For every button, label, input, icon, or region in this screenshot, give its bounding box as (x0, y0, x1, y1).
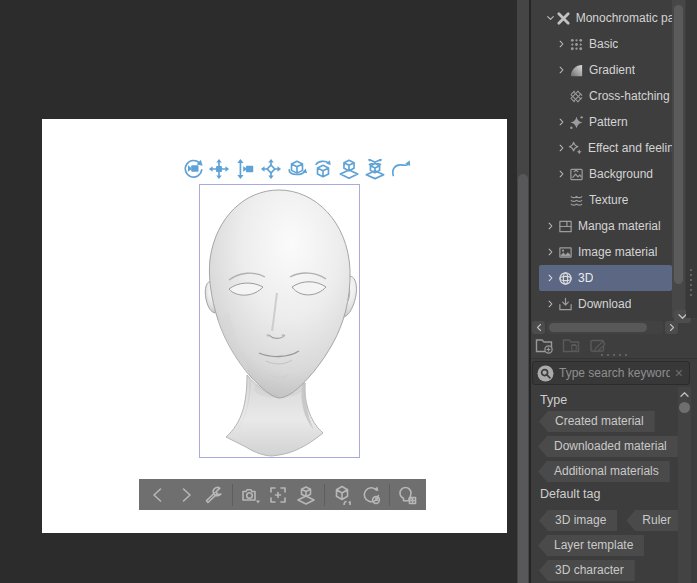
tree-item-label: Monochromatic pattern (576, 11, 672, 25)
scroll-right-button[interactable] (665, 321, 678, 334)
3d-head-model[interactable] (200, 185, 359, 457)
tree-item-basic[interactable]: Basic (539, 31, 672, 57)
tree-item-texture[interactable]: Texture (539, 187, 672, 213)
3d-image-tag-button[interactable]: 3D image (539, 510, 617, 531)
3d-character-tag-button[interactable]: 3D character (539, 560, 635, 581)
halftone-dots-icon (569, 36, 585, 52)
type-section-label: Type (540, 393, 567, 407)
move-object-icon[interactable] (259, 156, 282, 182)
tree-item-effect-and-feeling[interactable]: Effect and feeling (539, 135, 672, 161)
chevron-down-icon[interactable] (547, 13, 556, 23)
canvas-vertical-scrollbar-thumb[interactable] (518, 174, 528, 583)
cross-hatching-icon (569, 88, 585, 104)
tree-item-label: Pattern (589, 115, 628, 129)
chevron-right-icon[interactable] (558, 39, 569, 49)
chevron-right-icon[interactable] (558, 117, 569, 127)
search-panel-scrollbar[interactable] (678, 387, 691, 583)
horizontal-scrollbar-track[interactable] (547, 321, 663, 334)
horizontal-scrollbar-thumb[interactable] (549, 323, 647, 332)
tree-item-label: Background (589, 167, 653, 181)
reset-camera-icon[interactable] (389, 156, 412, 182)
tool-settings-icon[interactable] (204, 484, 224, 506)
search-icon (537, 365, 554, 382)
tree-item-gradient[interactable]: Gradient (539, 57, 672, 83)
panel-splitter[interactable] (531, 351, 697, 358)
move-object-on-plane-icon[interactable] (337, 156, 360, 182)
search-panel-scrollbar-thumb[interactable] (679, 402, 690, 413)
ruler-tag-button[interactable]: Ruler (626, 510, 682, 531)
sparkle-icon (568, 140, 584, 156)
chevron-right-icon[interactable] (547, 221, 558, 231)
splitter-handle-dots (601, 354, 627, 356)
image-material-icon (558, 244, 574, 260)
chevron-right-icon[interactable] (547, 247, 558, 257)
background-icon (569, 166, 585, 182)
zoom-camera-icon[interactable] (233, 156, 256, 182)
texture-icon (569, 192, 585, 208)
layer-template-tag-button[interactable]: Layer template (538, 535, 644, 556)
tree-item-image-material[interactable]: Image material (539, 239, 672, 265)
additional-materials-button[interactable]: Additional materials (538, 461, 670, 482)
rotate-object-free-icon[interactable] (311, 156, 334, 182)
manga-material-icon (558, 218, 574, 234)
download-icon (558, 296, 574, 312)
tree-item-cross-hatching[interactable]: Cross-hatching (539, 83, 672, 109)
chevron-right-icon[interactable] (547, 299, 558, 309)
move-camera-icon[interactable] (207, 156, 230, 182)
chevron-right-icon[interactable] (558, 143, 568, 153)
reset-rotation-icon[interactable] (361, 484, 381, 506)
tree-vertical-scrollbar-thumb[interactable] (674, 5, 683, 284)
default-tag-section-label: Default tag (540, 487, 600, 501)
tree-item-label: 3D (578, 271, 593, 285)
tree-item-label: Image material (578, 245, 657, 259)
camera-angle-icon[interactable] (240, 484, 260, 506)
ground-plane-icon[interactable] (296, 484, 316, 506)
search-input[interactable]: Type search keywords × (532, 361, 690, 385)
chevron-right-icon[interactable] (558, 169, 569, 179)
tree-item-3d[interactable]: 3D (539, 265, 672, 291)
tree-item-background[interactable]: Background (539, 161, 672, 187)
tree-vertical-scrollbar[interactable] (672, 0, 685, 318)
material-tree: Monochromatic pattern Basic Gradient Cro… (531, 5, 672, 317)
3d-sphere-icon (558, 270, 574, 286)
rotate-camera-icon[interactable] (181, 156, 204, 182)
canvas-vertical-scrollbar[interactable] (517, 0, 529, 583)
register-head-icon[interactable] (397, 484, 417, 506)
resize-handle-dots (690, 269, 692, 296)
tree-item-pattern[interactable]: Pattern (539, 109, 672, 135)
downloaded-material-button[interactable]: Downloaded material (538, 436, 678, 457)
chevron-right-icon[interactable] (558, 65, 569, 75)
panel-resize-strip[interactable] (686, 0, 697, 318)
object-launcher-toolbar (139, 479, 426, 510)
rotate-object-icon[interactable] (285, 156, 308, 182)
clear-search-icon[interactable]: × (675, 366, 683, 380)
search-panel: Type search keywords × Type Created mate… (531, 358, 697, 583)
previous-icon[interactable] (148, 484, 168, 506)
tree-item-label: Cross-hatching (589, 89, 670, 103)
tree-item-label: Effect and feeling (588, 141, 672, 155)
tree-item-download[interactable]: Download (539, 291, 672, 317)
pattern-icon (569, 114, 585, 130)
chevron-right-icon[interactable] (547, 273, 558, 283)
scroll-up-button[interactable] (679, 388, 690, 400)
snap-object-to-plane-icon[interactable] (363, 156, 386, 182)
app-window: Monochromatic pattern Basic Gradient Cro… (0, 0, 697, 583)
gradient-icon (569, 62, 585, 78)
created-material-button[interactable]: Created material (539, 411, 655, 432)
tree-item-label: Download (578, 297, 631, 311)
tree-item-label: Manga material (578, 219, 661, 233)
monochromatic-pattern-icon (556, 10, 572, 26)
tree-item-label: Basic (589, 37, 618, 51)
tree-item-manga-material[interactable]: Manga material (539, 213, 672, 239)
tree-item-monochromatic-pattern[interactable]: Monochromatic pattern (539, 5, 672, 31)
object-manipulation-toolbar (181, 156, 412, 182)
next-icon[interactable] (176, 484, 196, 506)
scroll-left-button[interactable] (532, 321, 545, 334)
fit-to-view-icon[interactable] (268, 484, 288, 506)
tree-horizontal-scrollbar[interactable] (532, 321, 678, 334)
search-placeholder: Type search keywords (559, 366, 670, 380)
tree-item-label: Gradient (589, 63, 635, 77)
tree-item-label: Texture (589, 193, 628, 207)
reset-object-icon[interactable] (333, 484, 353, 506)
3d-object-selection-box[interactable] (199, 184, 360, 458)
